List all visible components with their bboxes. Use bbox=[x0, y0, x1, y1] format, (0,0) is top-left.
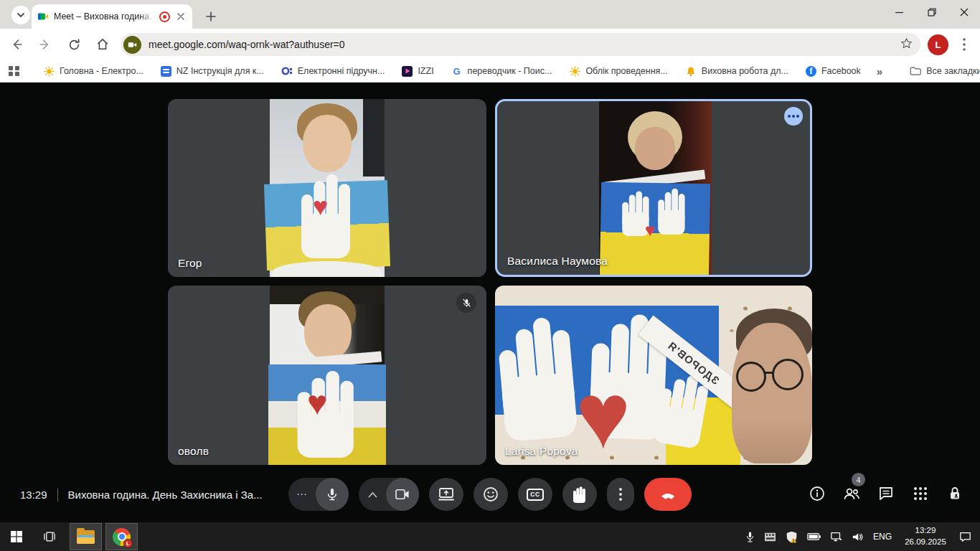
window-close-button[interactable] bbox=[948, 0, 980, 24]
meet-favicon-icon bbox=[37, 11, 49, 22]
reload-button[interactable] bbox=[62, 32, 86, 57]
paper-hand-craft bbox=[656, 186, 688, 235]
bookmark-item[interactable]: Головна - Електро... bbox=[37, 63, 149, 79]
meeting-clock: 13:29 bbox=[20, 489, 47, 501]
chrome-icon: L bbox=[113, 528, 131, 546]
tab-title: Meet – Виховна година. Де bbox=[54, 11, 154, 22]
tray-security-shield-icon[interactable] bbox=[786, 531, 798, 543]
address-bar[interactable]: meet.google.com/waq-ornk-wat?authuser=0 bbox=[121, 33, 920, 56]
profile-avatar[interactable]: L bbox=[928, 34, 948, 55]
video-options-button[interactable] bbox=[359, 491, 386, 498]
audio-options-button[interactable]: ⋯ bbox=[288, 488, 316, 501]
play-icon bbox=[402, 66, 413, 77]
bookmarks-bar: Головна - Електро... NZ Інструкція для к… bbox=[0, 60, 980, 83]
paper-heart bbox=[307, 386, 328, 420]
mic-control: ⋯ bbox=[288, 478, 349, 511]
window-restore-button[interactable] bbox=[915, 0, 948, 24]
participant-name: Василиса Наумова bbox=[507, 255, 608, 268]
participant-name: Егор bbox=[178, 257, 202, 270]
paper-heart bbox=[645, 222, 655, 239]
window-minimize-button[interactable] bbox=[883, 0, 915, 24]
activities-button[interactable] bbox=[906, 479, 935, 508]
participant-name: оволв bbox=[178, 445, 209, 458]
video-feed bbox=[168, 99, 486, 277]
bookmark-item[interactable]: f Facebook bbox=[800, 64, 867, 79]
bookmark-item[interactable]: G переводчик - Поис... bbox=[446, 63, 558, 79]
camera-toggle-button[interactable] bbox=[386, 478, 419, 511]
document-icon bbox=[161, 66, 171, 77]
captions-button[interactable]: CC bbox=[518, 478, 552, 511]
raise-hand-button[interactable] bbox=[562, 478, 597, 511]
participants-count-badge: 4 bbox=[852, 473, 865, 486]
bookmark-item[interactable]: Електронні підручн... bbox=[275, 63, 391, 79]
taskbar-time: 13:29 bbox=[915, 526, 936, 534]
meet-control-bar: 13:29 Виховна година. День Захисника і З… bbox=[0, 467, 980, 522]
file-explorer-taskbar-button[interactable] bbox=[70, 523, 102, 550]
forward-button[interactable] bbox=[33, 32, 57, 57]
chrome-taskbar-button[interactable]: L bbox=[105, 523, 138, 550]
sun-icon bbox=[569, 65, 580, 77]
start-button[interactable] bbox=[0, 522, 33, 551]
language-indicator[interactable]: ENG bbox=[873, 532, 892, 542]
windows-taskbar: L ENG 13:29 26. bbox=[0, 522, 980, 551]
tray-microphone-icon[interactable] bbox=[745, 531, 755, 543]
leave-call-button[interactable] bbox=[644, 478, 692, 511]
url-text: meet.google.com/waq-ornk-wat?authuser=0 bbox=[149, 39, 892, 50]
video-tile-larisa[interactable]: ЗДОРОВ'Я Larisa Popova bbox=[495, 286, 812, 465]
home-button[interactable] bbox=[90, 32, 115, 57]
present-screen-button[interactable] bbox=[429, 478, 463, 511]
bell-icon bbox=[685, 65, 697, 77]
tray-volume-icon[interactable] bbox=[852, 532, 864, 542]
o-logo-icon bbox=[281, 65, 293, 77]
window-controls bbox=[883, 0, 980, 24]
facebook-icon: f bbox=[806, 66, 816, 77]
camera-control bbox=[359, 478, 419, 511]
tab-close-button[interactable] bbox=[175, 11, 187, 22]
divider bbox=[57, 489, 58, 501]
meet-site-icon bbox=[123, 36, 141, 54]
mic-toggle-button[interactable] bbox=[316, 478, 349, 511]
participants-button[interactable]: 4 bbox=[837, 479, 866, 508]
browser-tab[interactable]: Meet – Виховна година. Де bbox=[32, 4, 192, 29]
back-button[interactable] bbox=[4, 32, 29, 57]
video-feed bbox=[497, 101, 810, 275]
tray-battery-icon[interactable] bbox=[807, 532, 821, 541]
task-view-button[interactable] bbox=[33, 522, 66, 551]
tab-search-button[interactable] bbox=[11, 6, 30, 24]
folder-icon bbox=[910, 65, 921, 77]
taskbar-date: 26.09.2025 bbox=[905, 537, 946, 546]
bookmark-star-icon[interactable] bbox=[900, 37, 913, 53]
glasses bbox=[736, 362, 766, 392]
host-controls-button[interactable] bbox=[941, 479, 969, 508]
recording-indicator-icon bbox=[159, 11, 170, 22]
video-feed bbox=[168, 286, 486, 465]
tray-network-icon[interactable] bbox=[830, 532, 842, 542]
hand-icon bbox=[573, 486, 587, 503]
browser-menu-button[interactable] bbox=[954, 34, 974, 55]
sun-icon bbox=[43, 65, 55, 77]
taskbar-clock[interactable]: 13:29 26.09.2025 bbox=[901, 525, 950, 547]
tile-options-button[interactable] bbox=[784, 107, 803, 126]
apps-grid-icon[interactable] bbox=[9, 66, 20, 76]
meeting-details-button[interactable] bbox=[803, 479, 831, 508]
video-feed: ЗДОРОВ'Я bbox=[495, 286, 812, 465]
reactions-button[interactable] bbox=[473, 478, 508, 511]
bookmark-item[interactable]: IZZI bbox=[396, 64, 439, 79]
all-bookmarks-button[interactable]: Все закладки bbox=[904, 63, 980, 79]
action-center-icon[interactable] bbox=[959, 532, 971, 542]
tray-touch-keyboard-icon[interactable] bbox=[764, 532, 776, 542]
bookmarks-overflow-button[interactable]: » bbox=[872, 65, 887, 77]
bookmark-item[interactable]: Облік проведення... bbox=[563, 63, 673, 79]
paper-heart bbox=[575, 369, 631, 462]
profile-badge: L bbox=[123, 539, 133, 548]
meeting-title: Виховна година. День Захисника і За... bbox=[68, 489, 263, 501]
video-tile-ovolv[interactable]: оволв bbox=[168, 286, 486, 465]
chat-button[interactable] bbox=[872, 479, 900, 508]
bookmark-item[interactable]: Виховна робота дл... bbox=[679, 63, 794, 79]
bookmark-item[interactable]: NZ Інструкція для к... bbox=[155, 64, 270, 79]
more-options-button[interactable] bbox=[607, 478, 634, 511]
new-tab-button[interactable] bbox=[201, 6, 221, 27]
browser-toolbar: meet.google.com/waq-ornk-wat?authuser=0 … bbox=[0, 29, 980, 60]
video-tile-egor[interactable]: Егор bbox=[168, 99, 486, 277]
video-tile-vasilisa[interactable]: Василиса Наумова bbox=[495, 99, 812, 277]
